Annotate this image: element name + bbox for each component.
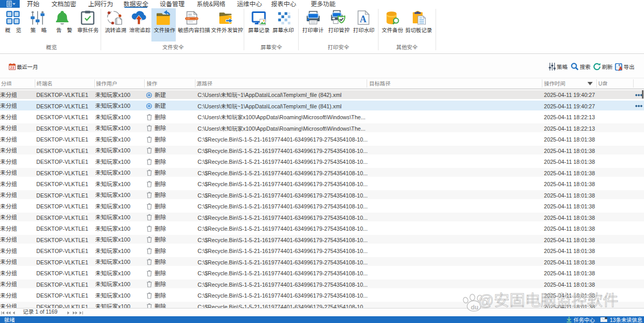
svg-text:du: du <box>471 304 479 311</box>
svg-text:23: 23 <box>10 66 15 69</box>
svg-text:A: A <box>360 14 367 24</box>
